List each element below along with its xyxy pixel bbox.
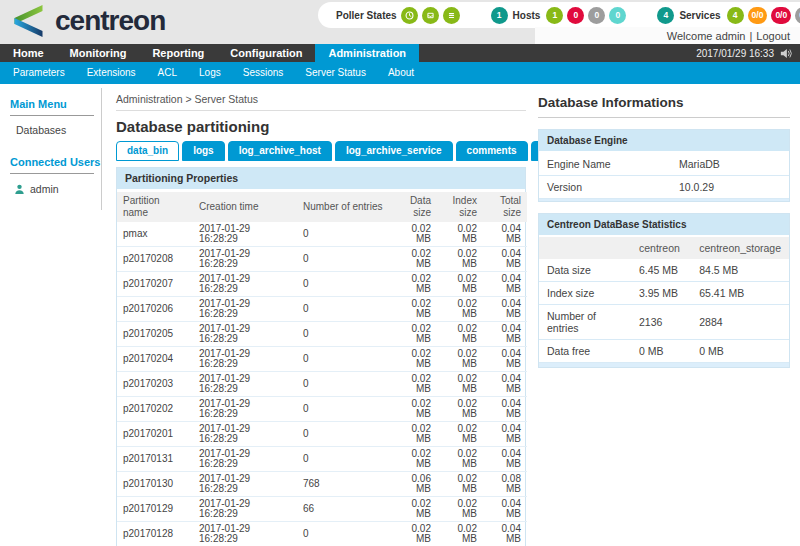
table-cell: 0 <box>297 222 389 247</box>
table-cell: 0 <box>297 322 389 347</box>
subnav-item-about[interactable]: About <box>377 62 425 84</box>
tab-bar: data_binlogslog_archive_hostlog_archive_… <box>116 141 526 161</box>
table-cell: 0 <box>297 297 389 322</box>
stats-cell: 0 MB <box>691 340 789 363</box>
engine-row: Engine NameMariaDB <box>539 153 789 176</box>
table-cell: 0.02 MB <box>437 522 483 546</box>
subnav-item-acl[interactable]: ACL <box>147 62 188 84</box>
hosts-pending-badge[interactable]: 0 <box>609 7 626 24</box>
poller-activity-icon[interactable] <box>443 7 460 24</box>
panel-footer <box>539 199 789 201</box>
tab-log_archive_service[interactable]: log_archive_service <box>335 141 453 161</box>
subnav-item-parameters[interactable]: Parameters <box>2 62 76 84</box>
table-cell: 0.04 MB <box>483 222 527 247</box>
stats-cell: 65.41 MB <box>691 282 789 305</box>
engine-row: Version10.0.29 <box>539 176 789 199</box>
table-cell: 0.02 MB <box>389 397 437 422</box>
table-row: p201701312017-01-29 16:28:2900.02 MB0.02… <box>117 447 527 472</box>
poller-clock-icon[interactable] <box>401 7 418 24</box>
partition-table: Partition nameCreation timeNumber of ent… <box>117 192 527 546</box>
table-cell: 0.04 MB <box>483 522 527 546</box>
table-cell: 66 <box>297 497 389 522</box>
table-cell: 2017-01-29 16:28:29 <box>193 447 297 472</box>
panel-footer <box>539 363 789 367</box>
table-cell: 0.04 MB <box>483 397 527 422</box>
services-total-badge[interactable]: 4 <box>657 7 674 24</box>
hosts-down-badge[interactable]: 0 <box>567 7 584 24</box>
table-cell: 2017-01-29 16:28:29 <box>193 422 297 447</box>
sidebar-item-databases[interactable]: Databases <box>10 122 102 150</box>
tab-comments[interactable]: comments <box>456 141 528 161</box>
centreon-logo[interactable]: centreon <box>10 3 165 39</box>
stats-cell: 2136 <box>631 305 691 340</box>
database-statistics-title: Centreon DataBase Statistics <box>539 214 789 235</box>
table-cell: pmax <box>117 222 193 247</box>
stats-column-header: centreon_storage <box>691 237 789 259</box>
statistics-table: centreoncentreon_storageData size6.45 MB… <box>539 237 789 363</box>
table-cell: 0.02 MB <box>389 322 437 347</box>
connected-user: admin <box>10 180 102 195</box>
tab-log_archive_host[interactable]: log_archive_host <box>228 141 332 161</box>
stats-column-header <box>539 237 631 259</box>
nav-item-administration[interactable]: Administration <box>315 44 419 62</box>
table-cell: 0.02 MB <box>437 297 483 322</box>
table-cell: 0.02 MB <box>389 497 437 522</box>
table-cell: 2017-01-29 16:28:29 <box>193 522 297 546</box>
table-cell: 2017-01-29 16:28:29 <box>193 472 297 497</box>
nav-item-home[interactable]: Home <box>0 44 57 62</box>
subnav-item-sessions[interactable]: Sessions <box>232 62 295 84</box>
services-ok-badge[interactable]: 4 <box>727 7 744 24</box>
services-unknown-badge[interactable]: 0/0 <box>795 7 800 24</box>
services-warning-badge[interactable]: 0/0 <box>748 7 768 24</box>
table-cell: 2017-01-29 16:28:29 <box>193 222 297 247</box>
table-row: p201702082017-01-29 16:28:2900.02 MB0.02… <box>117 247 527 272</box>
services-critical-badge[interactable]: 0/0 <box>771 7 791 24</box>
connected-users-list: admin <box>10 180 102 195</box>
table-cell: p20170207 <box>117 272 193 297</box>
centreon-logo-icon <box>10 3 47 39</box>
main-menu-list: Databases <box>10 122 102 150</box>
table-cell: p20170201 <box>117 422 193 447</box>
sound-toggle-icon[interactable] <box>780 48 792 59</box>
hosts-up-badge[interactable]: 1 <box>546 7 563 24</box>
subnav-item-extensions[interactable]: Extensions <box>76 62 147 84</box>
table-row: p201702072017-01-29 16:28:2900.02 MB0.02… <box>117 272 527 297</box>
engine-table: Engine NameMariaDBVersion10.0.29 <box>539 153 789 199</box>
table-cell: 2017-01-29 16:28:29 <box>193 497 297 522</box>
table-cell: 0.02 MB <box>389 297 437 322</box>
navbar-right: 2017/01/29 16:33 <box>696 44 800 62</box>
table-cell: 0.02 MB <box>437 372 483 397</box>
nav-item-monitoring[interactable]: Monitoring <box>57 44 140 62</box>
breadcrumb: Administration > Server Status <box>116 84 526 111</box>
column-header-partition-name: Partition name <box>117 192 193 222</box>
column-header-number-of-entries: Number of entries <box>297 192 389 222</box>
nav-item-configuration[interactable]: Configuration <box>217 44 315 62</box>
poller-inbox-icon[interactable] <box>422 7 439 24</box>
tab-logs[interactable]: logs <box>182 141 225 161</box>
stats-cell: 0 MB <box>631 340 691 363</box>
table-row: p201702042017-01-29 16:28:2900.02 MB0.02… <box>117 347 527 372</box>
engine-value: MariaDB <box>671 153 789 176</box>
table-cell: 0.04 MB <box>483 497 527 522</box>
page-title: Database partitioning <box>116 118 526 135</box>
connected-user-name: admin <box>30 183 59 195</box>
tab-data_bin[interactable]: data_bin <box>116 141 179 161</box>
stats-row: Data size6.45 MB84.5 MB <box>539 259 789 282</box>
hosts-total-badge[interactable]: 1 <box>491 7 508 24</box>
stats-row: Index size3.95 MB65.41 MB <box>539 282 789 305</box>
table-cell: 2017-01-29 16:28:29 <box>193 372 297 397</box>
table-cell: 0 <box>297 447 389 472</box>
table-cell: 0.02 MB <box>437 497 483 522</box>
table-cell: 0.02 MB <box>437 347 483 372</box>
table-cell: 0.02 MB <box>437 397 483 422</box>
table-cell: 0.02 MB <box>389 522 437 546</box>
table-cell: 0 <box>297 422 389 447</box>
logout-link[interactable]: Logout <box>756 30 790 42</box>
hosts-unreachable-badge[interactable]: 0 <box>588 7 605 24</box>
stats-header-row: centreoncentreon_storage <box>539 237 789 259</box>
nav-item-reporting[interactable]: Reporting <box>139 44 217 62</box>
subnav-item-server-status[interactable]: Server Status <box>294 62 377 84</box>
partitioning-panel: Partitioning Properties Partition nameCr… <box>116 167 526 546</box>
subnav-item-logs[interactable]: Logs <box>188 62 232 84</box>
table-cell: 0.04 MB <box>483 247 527 272</box>
